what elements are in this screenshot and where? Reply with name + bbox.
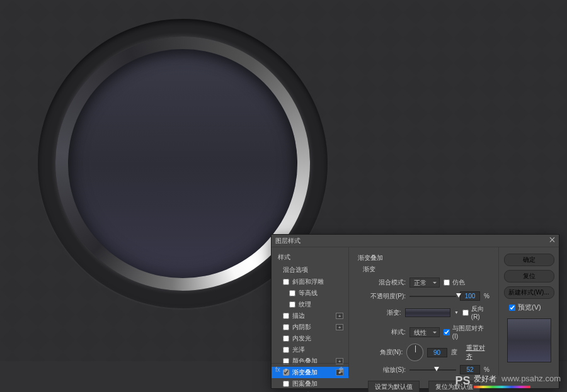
style-stroke-checkbox[interactable] bbox=[283, 313, 289, 319]
watermark-logo: PS bbox=[455, 374, 470, 388]
ok-button[interactable]: 确定 bbox=[504, 254, 554, 266]
chevron-down-icon[interactable]: ▼ bbox=[284, 367, 289, 372]
blend-mode-dropdown[interactable]: 正常 bbox=[410, 277, 440, 288]
style-texture[interactable]: 纹理 bbox=[272, 299, 348, 310]
chevron-down-icon[interactable]: ▼ bbox=[454, 310, 459, 315]
style-pattern-overlay-label: 图案叠加 bbox=[292, 379, 318, 388]
blend-mode-label: 混合模式: bbox=[358, 278, 406, 287]
angle-label: 角度(N): bbox=[358, 348, 403, 357]
pane-title: 渐变叠加 bbox=[358, 254, 490, 262]
rendered-button-face bbox=[68, 49, 297, 278]
style-label: 样式: bbox=[358, 328, 406, 337]
scale-label: 缩放(S): bbox=[358, 366, 406, 374]
style-preview-swatch bbox=[507, 318, 551, 362]
layer-style-dialog: 图层样式 样式 混合选项 斜面和浮雕 等高线 纹理 描边 bbox=[271, 234, 559, 389]
opacity-slider[interactable] bbox=[410, 296, 456, 297]
style-inner-glow-label: 内发光 bbox=[292, 334, 311, 343]
align-layer-checkbox[interactable]: 与图层对齐(I) bbox=[444, 324, 490, 340]
watermark-text: 爱好者 bbox=[474, 374, 496, 383]
style-satin-label: 光泽 bbox=[292, 345, 305, 354]
new-style-button[interactable]: 新建样式(W)... bbox=[504, 286, 554, 299]
styles-list: 样式 混合选项 斜面和浮雕 等高线 纹理 描边 + 内阴影 bbox=[272, 247, 349, 376]
scale-input[interactable] bbox=[460, 365, 480, 374]
dialog-body: 样式 混合选项 斜面和浮雕 等高线 纹理 描边 + 内阴影 bbox=[272, 247, 559, 376]
add-instance-icon[interactable]: + bbox=[336, 313, 343, 319]
gradient-swatch[interactable] bbox=[405, 308, 450, 317]
reset-align-button[interactable]: 重置对齐 bbox=[466, 344, 490, 361]
cancel-button[interactable]: 复位 bbox=[504, 270, 554, 283]
style-inner-shadow[interactable]: 内阴影 + bbox=[272, 322, 348, 333]
style-bevel[interactable]: 斜面和浮雕 bbox=[272, 276, 348, 288]
dither-checkbox[interactable]: 仿色 bbox=[444, 278, 465, 287]
angle-input[interactable] bbox=[427, 348, 447, 357]
style-stroke-label: 描边 bbox=[292, 311, 305, 320]
dialog-title: 图层样式 bbox=[275, 237, 301, 245]
style-dropdown[interactable]: 线性 bbox=[410, 327, 440, 337]
angle-dial[interactable] bbox=[406, 344, 423, 361]
style-contour-checkbox[interactable] bbox=[289, 290, 295, 296]
right-button-panel: 确定 复位 新建样式(W)... 预览(V) bbox=[498, 247, 559, 376]
preview-checkbox[interactable]: 预览(V) bbox=[509, 303, 541, 312]
trash-icon[interactable]: 🗑 bbox=[338, 366, 345, 373]
gradient-overlay-pane: 渐变叠加 渐变 混合模式: 正常 仿色 不透明度(P): % bbox=[349, 247, 498, 376]
style-contour[interactable]: 等高线 bbox=[272, 288, 348, 299]
styles-toolbar: fx ▼ 🗑 bbox=[272, 363, 349, 376]
opacity-label: 不透明度(P): bbox=[358, 292, 406, 301]
style-texture-checkbox[interactable] bbox=[289, 301, 295, 308]
watermark-colorbar bbox=[474, 386, 530, 388]
make-default-button[interactable]: 设置为默认值 bbox=[368, 381, 420, 392]
style-satin[interactable]: 光泽 bbox=[272, 344, 348, 356]
styles-header[interactable]: 样式 bbox=[272, 251, 348, 264]
opacity-input[interactable] bbox=[460, 291, 480, 301]
style-bevel-checkbox[interactable] bbox=[283, 279, 289, 285]
style-pattern-overlay[interactable]: 图案叠加 bbox=[272, 378, 348, 389]
style-inner-shadow-label: 内阴影 bbox=[292, 323, 311, 332]
pane-subtitle: 渐变 bbox=[363, 265, 490, 274]
style-contour-label: 等高线 bbox=[299, 289, 318, 298]
style-inner-glow[interactable]: 内发光 bbox=[272, 333, 348, 344]
dialog-titlebar[interactable]: 图层样式 bbox=[272, 235, 559, 247]
style-pattern-overlay-checkbox[interactable] bbox=[283, 381, 289, 387]
style-inner-shadow-checkbox[interactable] bbox=[283, 324, 289, 330]
style-bevel-label: 斜面和浮雕 bbox=[292, 277, 324, 286]
reverse-checkbox[interactable]: 反向(R) bbox=[462, 305, 490, 320]
style-outer-glow[interactable]: 外发光 bbox=[272, 389, 348, 392]
style-stroke[interactable]: 描边 + bbox=[272, 310, 348, 322]
fx-menu-icon[interactable]: fx bbox=[275, 366, 280, 373]
watermark-url: www.psahz.com bbox=[501, 374, 561, 383]
add-instance-icon[interactable]: + bbox=[336, 324, 343, 330]
scale-slider[interactable] bbox=[410, 369, 456, 371]
watermark: PS 爱好者 www.psahz.com bbox=[455, 374, 561, 388]
style-inner-glow-checkbox[interactable] bbox=[283, 335, 289, 342]
style-satin-checkbox[interactable] bbox=[283, 347, 289, 353]
blending-options-item[interactable]: 混合选项 bbox=[272, 264, 348, 276]
close-icon[interactable] bbox=[549, 237, 556, 244]
style-texture-label: 纹理 bbox=[299, 300, 311, 309]
gradient-label: 渐变: bbox=[358, 308, 401, 317]
